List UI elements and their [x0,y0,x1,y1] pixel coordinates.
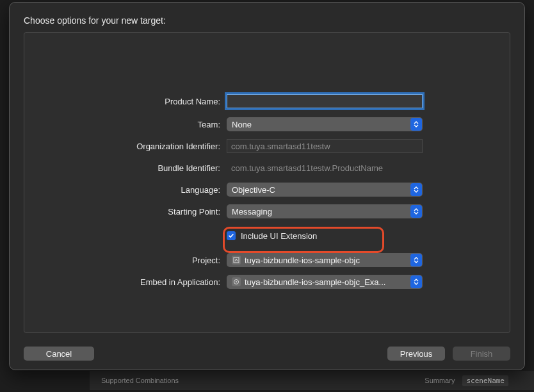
embed-in-application-select[interactable]: tuya-bizbundle-ios-sample-objc_Exa... [227,275,423,289]
form-container: Product Name: Team: None [24,32,510,333]
previous-button[interactable]: Previous [387,347,445,361]
language-select-value: Objective-C [232,185,275,195]
checkmark-icon [228,233,234,239]
team-label: Team: [24,120,227,129]
project-label: Project: [24,256,227,265]
new-target-sheet: Choose options for your new target: Prod… [9,2,525,370]
cancel-button[interactable]: Cancel [24,347,94,361]
finish-button: Finish [453,347,510,361]
summary-label: Summary [425,377,455,384]
org-identifier-input[interactable] [227,139,423,153]
bundle-identifier-label: Bundle Identifier: [24,163,227,173]
team-select[interactable]: None [227,117,423,131]
xcode-project-icon [232,256,241,265]
starting-point-select-value: Messaging [232,207,272,216]
include-ui-extension-row[interactable]: Include UI Extension [227,231,317,241]
team-select-value: None [232,120,252,129]
org-identifier-label: Organization Identifier: [24,142,227,151]
select-arrows-icon [410,118,422,131]
supported-combinations-label: Supported Combinations [101,377,179,384]
embed-in-application-select-value: tuya-bizbundle-ios-sample-objc_Exa... [245,277,385,287]
include-ui-extension-label: Include UI Extension [241,231,317,241]
select-arrows-icon [410,275,422,288]
language-select[interactable]: Objective-C [227,183,423,197]
project-select-value: tuya-bizbundle-ios-sample-objc [245,256,360,265]
language-label: Language: [24,185,227,195]
sheet-title: Choose options for your new target: [24,15,510,26]
svg-point-2 [236,281,237,282]
bundle-identifier-value: com.tuya.smartasd11testw.ProductName [227,163,383,173]
starting-point-select[interactable]: Messaging [227,204,423,218]
select-arrows-icon [410,183,422,196]
project-select[interactable]: tuya-bizbundle-ios-sample-objc [227,253,423,267]
scene-name-value: sceneName [462,375,508,386]
background-strip: Supported Combinations Summary sceneName [90,371,534,390]
product-name-label: Product Name: [24,97,227,106]
select-arrows-icon [410,254,422,266]
starting-point-label: Starting Point: [24,207,227,216]
select-arrows-icon [410,205,422,218]
product-name-input[interactable] [227,94,423,108]
app-target-icon [232,277,241,286]
include-ui-extension-checkbox[interactable] [227,231,236,240]
embed-in-application-label: Embed in Application: [24,277,227,287]
